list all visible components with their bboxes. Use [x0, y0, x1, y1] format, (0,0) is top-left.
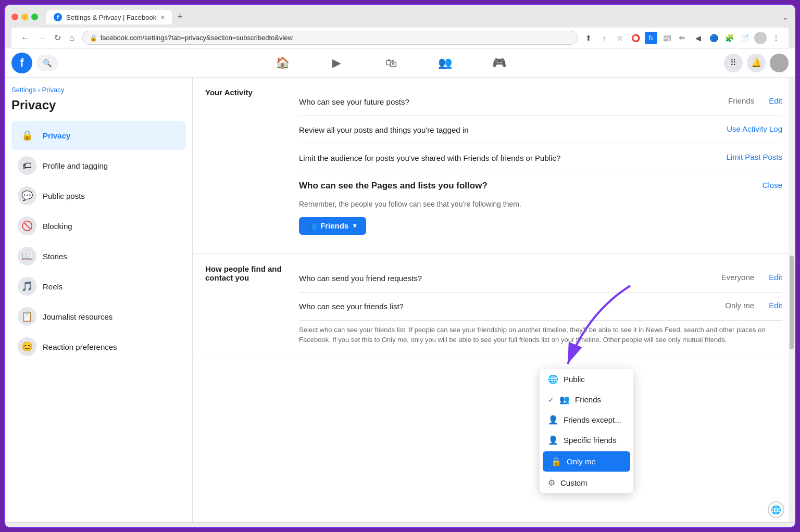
globe-icon: 🌐: [771, 505, 781, 515]
journalist-icon: 📋: [18, 307, 36, 326]
profile-tagging-icon: 🏷: [18, 156, 36, 175]
dropdown-item-public[interactable]: 🌐 Public: [540, 369, 633, 389]
sidebar-item-label-reaction: Reaction preferences: [43, 343, 117, 351]
extension-icon-5[interactable]: 🔵: [707, 32, 720, 44]
traffic-lights: [11, 14, 38, 20]
nav-marketplace[interactable]: 🛍: [365, 52, 417, 74]
dropdown-label-specific-friends: Specific friends: [564, 436, 617, 445]
friends-list-row: Who can see your friends list? Only me E…: [299, 293, 782, 321]
future-posts-controls: Friends Edit: [728, 96, 782, 105]
sidebar-item-public-posts[interactable]: 💬 Public posts: [11, 181, 186, 210]
home-button[interactable]: ⌂: [66, 32, 78, 44]
friends-list-value: Only me: [725, 301, 754, 310]
nav-watch[interactable]: ▶: [311, 52, 363, 74]
reader-mode-icon[interactable]: 📄: [739, 32, 751, 44]
nav-groups[interactable]: 👥: [419, 52, 471, 74]
sidebar-item-label-stories: Stories: [43, 252, 67, 261]
facebook-navbar: f 🔍 🏠 ▶ 🛍 👥 🎮 ⠿ 🔔: [5, 48, 795, 78]
extension-icon-4[interactable]: ◀: [692, 32, 704, 44]
future-posts-edit[interactable]: Edit: [769, 96, 782, 105]
sidebar-item-privacy[interactable]: 🔒 Privacy: [11, 121, 186, 150]
download-icon[interactable]: ⬆: [582, 32, 595, 44]
sidebar-item-profile-tagging[interactable]: 🏷 Profile and tagging: [11, 151, 186, 180]
share-icon[interactable]: ↑: [598, 32, 610, 44]
limit-past-link[interactable]: Limit Past Posts: [726, 153, 782, 161]
sidebar-item-journalist[interactable]: 📋 Journalist resources: [11, 302, 186, 331]
dropdown-item-only-me[interactable]: 🔒 Only me: [543, 451, 630, 472]
friend-requests-value: Everyone: [721, 273, 754, 282]
menu-button[interactable]: ⋮: [770, 32, 782, 44]
nav-center: 🏠 ▶ 🛍 👥 🎮: [62, 52, 720, 74]
browser-chrome: f Settings & Privacy | Facebook × + ⌄ ← …: [5, 5, 795, 48]
friend-requests-question: Who can send you friend requests?: [299, 273, 721, 284]
back-button[interactable]: ←: [18, 32, 32, 44]
sidebar-item-reels[interactable]: 🎵 Reels: [11, 272, 186, 301]
profile-browser-button[interactable]: [754, 32, 767, 44]
close-follow-section[interactable]: Close: [762, 181, 782, 189]
apps-button[interactable]: ⠿: [724, 54, 743, 72]
nav-buttons: ← → ↻ ⌂: [18, 32, 78, 44]
nav-home[interactable]: 🏠: [257, 52, 309, 74]
notifications-button[interactable]: 🔔: [747, 54, 766, 72]
activity-log-link[interactable]: Use Activity Log: [727, 124, 782, 133]
globe-button[interactable]: 🌐: [768, 501, 784, 518]
specific-friends-icon: 👤: [548, 435, 558, 445]
friends-list-edit[interactable]: Edit: [769, 301, 782, 310]
forward-button[interactable]: →: [34, 32, 49, 44]
dropdown-item-friends[interactable]: ✓ 👥 Friends: [540, 389, 633, 410]
privacy-dropdown-menu: 🌐 Public ✓ 👥 Friends 👤 Friends except...…: [540, 369, 633, 493]
dropdown-label-friends: Friends: [575, 395, 601, 404]
friend-requests-edit[interactable]: Edit: [769, 273, 782, 282]
refresh-button[interactable]: ↻: [51, 32, 64, 44]
follow-section-title: Who can see the Pages and lists you foll…: [299, 181, 488, 191]
tab-close-button[interactable]: ×: [160, 13, 165, 21]
stories-icon: 📖: [18, 247, 36, 265]
scrollbar-thumb[interactable]: [790, 256, 794, 349]
browser-dropdown-icon[interactable]: ⌄: [782, 12, 789, 21]
dropdown-item-custom[interactable]: ⚙ Custom: [540, 473, 633, 493]
your-activity-body: Who can see your future posts? Friends E…: [299, 88, 782, 243]
extension-icon-3[interactable]: ✏: [676, 32, 689, 44]
friends-dropdown-button[interactable]: 👥 Friends ▼: [299, 217, 366, 235]
limit-past-row: Limit the audience for posts you've shar…: [299, 144, 782, 172]
sidebar-item-blocking[interactable]: 🚫 Blocking: [11, 211, 186, 240]
browser-window: f Settings & Privacy | Facebook × + ⌄ ← …: [4, 4, 796, 528]
dropdown-item-friends-except[interactable]: 👤 Friends except...: [540, 410, 633, 430]
extension-icon-1[interactable]: f₂: [645, 32, 657, 44]
friends-list-description: Select who can see your friends list. If…: [299, 321, 782, 349]
public-icon: 🌐: [548, 374, 558, 384]
minimize-window-button[interactable]: [21, 14, 28, 20]
sidebar-item-label-reels: Reels: [43, 282, 63, 291]
sidebar-item-label-journalist: Journalist resources: [43, 312, 113, 321]
future-posts-row: Who can see your future posts? Friends E…: [299, 88, 782, 116]
friends-except-icon: 👤: [548, 415, 558, 425]
search-bar[interactable]: 🔍: [36, 55, 58, 71]
extension-icon-2[interactable]: 📰: [660, 32, 673, 44]
sidebar-item-label-blocking: Blocking: [43, 222, 72, 231]
facebook-logo[interactable]: f: [11, 53, 32, 73]
custom-gear-icon: ⚙: [548, 478, 555, 488]
sidebar-item-stories[interactable]: 📖 Stories: [11, 242, 186, 271]
breadcrumb-settings[interactable]: Settings: [11, 86, 36, 94]
dropdown-arrow-icon: ▼: [352, 222, 358, 230]
dropdown-label-public: Public: [564, 375, 585, 384]
active-tab[interactable]: f Settings & Privacy | Facebook ×: [46, 10, 172, 24]
find-contact-body: Who can send you friend requests? Everyo…: [299, 264, 782, 349]
blocking-icon: 🚫: [18, 217, 36, 235]
friends-list-controls: Only me Edit: [725, 301, 782, 310]
dropdown-item-specific-friends[interactable]: 👤 Specific friends: [540, 430, 633, 450]
close-window-button[interactable]: [11, 14, 18, 20]
bookmark-icon[interactable]: ☆: [614, 32, 626, 44]
url-text: facebook.com/settings?tab=privacy&sectio…: [101, 34, 293, 42]
profile-avatar[interactable]: [770, 54, 789, 72]
opera-icon[interactable]: ⭕: [629, 32, 642, 44]
extensions-button[interactable]: 🧩: [723, 32, 735, 44]
review-posts-question: Review all your posts and things you're …: [299, 124, 727, 135]
search-icon: 🔍: [43, 59, 52, 67]
sidebar-item-reaction[interactable]: 😊 Reaction preferences: [11, 332, 186, 361]
maximize-window-button[interactable]: [31, 14, 38, 20]
new-tab-button[interactable]: +: [173, 9, 187, 24]
address-bar[interactable]: 🔒 facebook.com/settings?tab=privacy&sect…: [82, 31, 578, 45]
sidebar-item-label-privacy: Privacy: [43, 131, 70, 140]
nav-gaming[interactable]: 🎮: [473, 52, 526, 74]
